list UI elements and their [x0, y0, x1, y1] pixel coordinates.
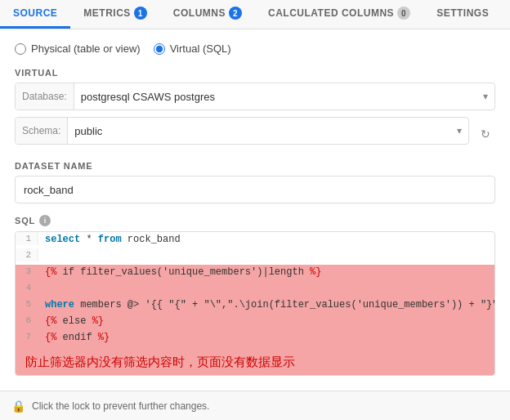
database-value: postgresql CSAWS postgres	[74, 91, 476, 103]
footer-bar: 🔒 Click the lock to prevent further chan…	[0, 391, 510, 420]
sql-line-content-1: select * from rock_band	[38, 232, 494, 247]
dataset-name-label: DATASET NAME	[15, 161, 495, 171]
sql-line-4: 4	[16, 281, 494, 297]
lock-icon[interactable]: 🔒	[11, 400, 25, 413]
sql-line-num-7: 7	[16, 330, 38, 343]
sql-info-icon[interactable]: i	[39, 215, 51, 226]
schema-value: public	[68, 125, 450, 137]
sql-line-2: 2	[16, 248, 494, 265]
sql-line-num-1: 1	[16, 232, 38, 245]
tab-source[interactable]: SOURCE	[0, 0, 70, 29]
sql-line-content-6: {% else %}	[38, 314, 494, 328]
sql-line-num-6: 6	[16, 314, 38, 327]
sql-line-num-5: 5	[16, 297, 38, 311]
tab-columns-label: COLUMNS	[173, 7, 226, 19]
sql-line-7: 7 {% endif %}	[16, 330, 494, 346]
schema-prefix: Schema:	[16, 118, 68, 144]
database-prefix: Database:	[16, 83, 74, 109]
sql-line-content-7: {% endif %}	[38, 330, 494, 345]
tab-metrics-label: METRICS	[83, 7, 131, 19]
tab-columns[interactable]: COLUMNS 2	[160, 0, 255, 29]
sql-line-content-2	[38, 248, 494, 263]
sql-line-num-4: 4	[16, 281, 38, 294]
database-field-row: Database: postgresql CSAWS postgres ▾	[15, 83, 495, 110]
dataset-name-section: DATASET NAME	[15, 161, 495, 203]
sql-line-num-3: 3	[16, 265, 38, 278]
virtual-radio-label[interactable]: Virtual (SQL)	[154, 42, 231, 55]
sql-label-text: SQL	[15, 216, 35, 226]
physical-radio-input[interactable]	[15, 43, 26, 55]
schema-refresh-icon[interactable]: ↻	[476, 127, 495, 141]
sql-line-content-5: where members @> '{{ "{" + "\",".\join(f…	[38, 297, 495, 312]
physical-radio-label[interactable]: Physical (table or view)	[15, 42, 141, 55]
schema-chevron-icon[interactable]: ▾	[450, 125, 468, 136]
physical-radio-text: Physical (table or view)	[31, 42, 141, 55]
sql-label-row: SQL i	[15, 215, 495, 226]
schema-field-row: Schema: public ▾	[15, 117, 469, 145]
virtual-section-label: VIRTUAL	[15, 68, 495, 78]
virtual-section: VIRTUAL Database: postgresql CSAWS postg…	[15, 68, 495, 151]
tab-metrics[interactable]: METRICS 1	[70, 0, 160, 29]
source-tab-content: Physical (table or view) Virtual (SQL) V…	[0, 29, 510, 391]
annotation-text: 防止筛选器内没有筛选内容时，页面没有数据显示	[25, 356, 295, 370]
tab-metrics-badge: 1	[134, 7, 147, 20]
schema-row: Schema: public ▾ ↻	[15, 117, 495, 151]
tab-bar: SOURCE METRICS 1 COLUMNS 2 CALCULATED CO…	[0, 0, 510, 29]
sql-line-content-3: {% if filter_values('unique_members')|le…	[38, 265, 494, 279]
sql-line-5: 5 where members @> '{{ "{" + "\",".\join…	[16, 297, 494, 314]
sql-line-3: 3 {% if filter_values('unique_members')|…	[16, 265, 494, 281]
sql-line-num-2: 2	[16, 248, 38, 261]
virtual-radio-text: Virtual (SQL)	[170, 42, 231, 55]
tab-columns-badge: 2	[229, 7, 242, 20]
tab-settings[interactable]: SETTINGS	[423, 0, 502, 29]
tab-calculated-columns-badge: 0	[397, 7, 410, 20]
sql-line-6: 6 {% else %}	[16, 314, 494, 330]
tab-calculated-columns-label: CALCULATED COLUMNS	[268, 7, 394, 19]
annotation-box: 防止筛选器内没有筛选内容时，页面没有数据显示	[16, 346, 494, 375]
sql-editor[interactable]: 1 select * from rock_band 2 3 {% if filt…	[15, 231, 495, 376]
tab-settings-label: SETTINGS	[436, 7, 489, 19]
footer-text: Click the lock to prevent further change…	[32, 400, 209, 412]
sql-line-content-4	[38, 281, 494, 296]
data-source-radio-group: Physical (table or view) Virtual (SQL)	[15, 42, 495, 55]
database-chevron-icon[interactable]: ▾	[476, 91, 494, 102]
sql-line-1: 1 select * from rock_band	[16, 232, 494, 248]
dataset-name-input[interactable]	[15, 176, 495, 203]
tab-source-label: SOURCE	[13, 7, 57, 19]
virtual-radio-input[interactable]	[154, 43, 165, 55]
tab-calculated-columns[interactable]: CALCULATED COLUMNS 0	[255, 0, 423, 29]
